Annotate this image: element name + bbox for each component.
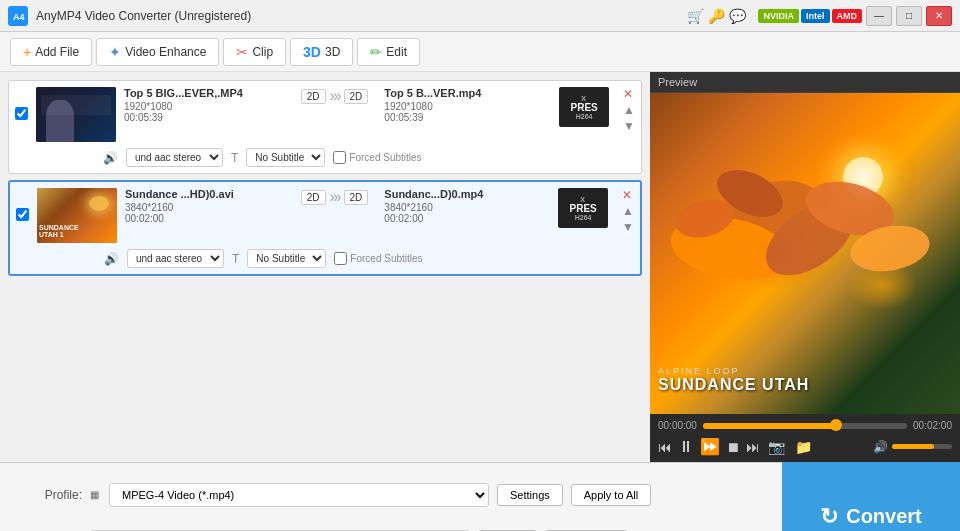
file-info-2: Sundance ...HD)0.avi 3840*216000:02:00 [125, 188, 285, 224]
edit-label: Edit [386, 45, 407, 59]
app-logo: A4 [8, 6, 28, 26]
stop-button[interactable]: ⏹ [726, 439, 740, 455]
add-file-button[interactable]: + Add File [10, 38, 92, 66]
progress-bar-area: 00:00:00 00:02:00 [658, 420, 952, 431]
add-file-label: Add File [35, 45, 79, 59]
badge-2d-input-2: 2D [301, 190, 326, 205]
file-output-info-2: Sundanc...D)0.mp4 3840*216000:02:00 [384, 188, 544, 224]
gpu-badges: NVIDIA Intel AMD [758, 9, 862, 23]
codec-thumb-1: X PRES H264 [559, 87, 609, 127]
file-output-info-1: Top 5 B...VER.mp4 1920*108000:05:39 [384, 87, 545, 123]
file-up-1[interactable]: ▲ [623, 103, 635, 117]
file-item-bottom-2: 🔊 und aac stereo T No Subtitle Forced Su… [16, 249, 634, 268]
file-up-2[interactable]: ▲ [622, 204, 634, 218]
file-down-2[interactable]: ▼ [622, 220, 634, 234]
convert-button[interactable]: ↻ Convert [782, 462, 960, 531]
file-info-1: Top 5 BIG...EVER,.MP4 1920*108000:05:39 [124, 87, 285, 123]
profile-select[interactable]: MPEG-4 Video (*.mp4) [109, 483, 489, 507]
snapshot-icon[interactable]: 📷 [768, 439, 785, 455]
nvidia-badge: NVIDIA [758, 9, 799, 23]
audio-icon-1: 🔊 [103, 151, 118, 165]
file-item-1: Top 5 BIG...EVER,.MP4 1920*108000:05:39 … [8, 80, 642, 174]
file-item-actions-2: ✕ ▲ ▼ [622, 188, 634, 234]
clip-button[interactable]: ✂ Clip [223, 38, 286, 66]
open-folder-preview-icon[interactable]: 📁 [795, 439, 812, 455]
app-title: AnyMP4 Video Converter (Unregistered) [36, 9, 687, 23]
file-thumbnail-2: SUNDANCEUTAH 1 [37, 188, 117, 243]
file-item-2: SUNDANCEUTAH 1 Sundance ...HD)0.avi 3840… [8, 180, 642, 276]
cart-icon[interactable]: 🛒 [687, 8, 704, 24]
file-thumbnail-1 [36, 87, 116, 142]
profile-label: Profile: [12, 488, 82, 502]
preview-video: ALPINE LOOP SUNDANCE UTAH [650, 93, 960, 414]
forced-checkbox-1[interactable] [333, 151, 346, 164]
volume-fill [892, 444, 934, 449]
key-icon[interactable]: 🔑 [708, 8, 725, 24]
edit-button[interactable]: ✏ Edit [357, 38, 420, 66]
profile-icon: ▦ [90, 489, 99, 500]
forced-checkbox-2[interactable] [334, 252, 347, 265]
fast-forward-button[interactable]: ⏩ [700, 437, 720, 456]
file-name-output-1: Top 5 B...VER.mp4 [384, 87, 545, 99]
codec-thumb-2: X PRES H264 [558, 188, 608, 228]
file-name-output-2: Sundanc...D)0.mp4 [384, 188, 544, 200]
apply-to-all-button[interactable]: Apply to All [571, 484, 651, 506]
badge-2d-output-2: 2D [344, 190, 369, 205]
main-area: Top 5 BIG...EVER,.MP4 1920*108000:05:39 … [0, 72, 960, 462]
file-list-panel: Top 5 BIG...EVER,.MP4 1920*108000:05:39 … [0, 72, 650, 462]
arrow-chevrons-2: ››› [330, 188, 340, 206]
maximize-button[interactable]: □ [896, 6, 922, 26]
file-remove-1[interactable]: ✕ [623, 87, 635, 101]
close-button[interactable]: ✕ [926, 6, 952, 26]
minimize-button[interactable]: — [866, 6, 892, 26]
svg-text:A4: A4 [13, 12, 25, 22]
file-item-top-2: SUNDANCEUTAH 1 Sundance ...HD)0.avi 3840… [16, 188, 634, 243]
time-start: 00:00:00 [658, 420, 697, 431]
file-meta-input-2: 3840*216000:02:00 [125, 202, 285, 224]
preview-panel: Preview ALPINE LOOP SUNDANCE UTAH [650, 72, 960, 462]
settings-button[interactable]: Settings [497, 484, 563, 506]
3d-label: 3D [325, 45, 340, 59]
file-down-1[interactable]: ▼ [623, 119, 635, 133]
arrow-chevrons-1: ››› [330, 87, 340, 105]
file-checkbox-1[interactable] [15, 107, 28, 120]
subtitle-icon-2: T [232, 252, 239, 266]
clip-icon: ✂ [236, 44, 248, 60]
3d-button[interactable]: 3D 3D [290, 38, 353, 66]
preview-controls: 00:00:00 00:02:00 ⏮ ⏸ ⏩ ⏹ ⏭ 📷 📁 🔊 [650, 414, 960, 462]
preview-title-text: SUNDANCE UTAH [658, 376, 809, 394]
progress-track[interactable] [703, 423, 907, 429]
video-enhance-label: Video Enhance [125, 45, 206, 59]
audio-select-2[interactable]: und aac stereo [127, 249, 224, 268]
badge-2d-output-1: 2D [344, 89, 369, 104]
file-remove-2[interactable]: ✕ [622, 188, 634, 202]
skip-back-button[interactable]: ⏮ [658, 439, 672, 455]
forced-subtitle-1[interactable]: Forced Subtitles [333, 151, 421, 164]
audio-select-1[interactable]: und aac stereo [126, 148, 223, 167]
arrow-area-2: 2D ››› 2D [293, 188, 377, 206]
badge-2d-input-1: 2D [301, 89, 326, 104]
3d-icon: 3D [303, 44, 321, 60]
subtitle-icon-1: T [231, 151, 238, 165]
file-meta-output-2: 3840*216000:02:00 [384, 202, 544, 224]
file-checkbox-2[interactable] [16, 208, 29, 221]
play-pause-button[interactable]: ⏸ [678, 438, 694, 456]
chat-icon[interactable]: 💬 [729, 8, 746, 24]
audio-icon-2: 🔊 [104, 252, 119, 266]
thumb-text-2: SUNDANCEUTAH 1 [39, 224, 79, 239]
volume-track[interactable] [892, 444, 952, 449]
video-enhance-button[interactable]: ✦ Video Enhance [96, 38, 219, 66]
titlebar: A4 AnyMP4 Video Converter (Unregistered)… [0, 0, 960, 32]
file-item-actions-1: ✕ ▲ ▼ [623, 87, 635, 133]
subtitle-select-2[interactable]: No Subtitle [247, 249, 326, 268]
volume-area: 🔊 [873, 440, 952, 454]
subtitle-select-1[interactable]: No Subtitle [246, 148, 325, 167]
skip-forward-button[interactable]: ⏭ [746, 439, 760, 455]
convert-label: Convert [846, 505, 922, 528]
forced-subtitle-2[interactable]: Forced Subtitles [334, 252, 422, 265]
file-name-input-1: Top 5 BIG...EVER,.MP4 [124, 87, 285, 99]
volume-icon[interactable]: 🔊 [873, 440, 888, 454]
titlebar-right: 🛒 🔑 💬 NVIDIA Intel AMD — □ ✕ [687, 6, 952, 26]
profile-row: Profile: ▦ MPEG-4 Video (*.mp4) Settings… [12, 483, 770, 507]
file-meta-output-1: 1920*108000:05:39 [384, 101, 545, 123]
